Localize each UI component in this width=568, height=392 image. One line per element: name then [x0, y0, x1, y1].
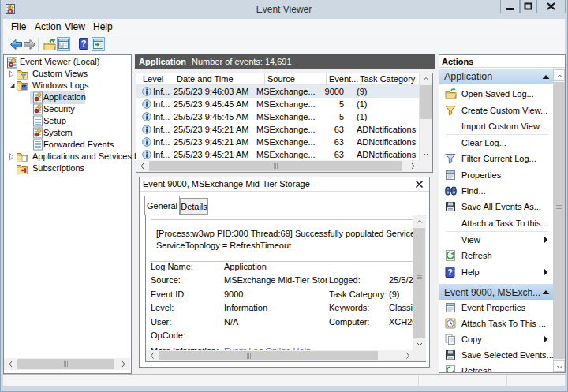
svg-text:?: ? — [447, 267, 452, 276]
svg-text:?: ? — [81, 39, 87, 48]
